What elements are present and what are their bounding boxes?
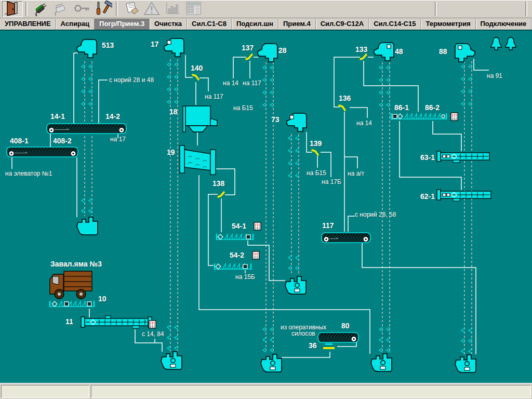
tab-сил-с1-с8[interactable]: Сил.С1-С8 — [187, 19, 232, 30]
key-button — [72, 1, 92, 17]
noria-17[interactable] — [164, 38, 184, 57]
tab-очистка[interactable]: Очистка — [150, 19, 187, 30]
bell-icon-2 — [506, 37, 516, 50]
calculator-button — [183, 1, 204, 17]
noria-88[interactable] — [455, 44, 475, 62]
belt-117[interactable] — [322, 233, 370, 243]
flap-133[interactable] — [361, 55, 366, 59]
belt-14[interactable] — [47, 124, 126, 134]
tab-погр-прием-3[interactable]: Погр/Прием.3 — [95, 19, 150, 30]
tools-button[interactable] — [92, 1, 113, 17]
tab-прием-4[interactable]: Прием.4 — [278, 19, 316, 30]
boot-513[interactable] — [77, 217, 98, 235]
flap-140[interactable] — [193, 75, 198, 79]
toolbar — [0, 0, 532, 18]
plug-button[interactable] — [30, 1, 51, 17]
chain-11[interactable] — [81, 316, 152, 328]
key-icon — [73, 1, 91, 18]
noria-48[interactable] — [374, 43, 394, 61]
report-icon — [122, 1, 140, 18]
screw-54-1[interactable] — [216, 234, 254, 240]
tab-bar: УПРАВЛЕНИЕАспирацПогр/Прием.3ОчисткаСил.… — [0, 19, 532, 30]
connector-icon — [52, 1, 71, 18]
toolbar-separator — [25, 2, 28, 16]
noria-513[interactable] — [77, 39, 97, 58]
toolbar-separator — [116, 2, 118, 16]
bell-icon-1 — [491, 37, 501, 50]
boot-28[interactable] — [261, 354, 282, 372]
tab-аспирац[interactable]: Аспирац — [56, 19, 95, 30]
noria-73[interactable] — [287, 113, 307, 131]
drum-19[interactable] — [180, 145, 216, 175]
connector-button — [51, 1, 72, 17]
report-button[interactable] — [121, 1, 141, 17]
noria-leg — [379, 62, 390, 353]
flap-136[interactable] — [339, 105, 345, 110]
boot-73[interactable] — [285, 276, 306, 294]
boot-17[interactable] — [161, 352, 182, 369]
flap-139[interactable] — [312, 150, 318, 155]
warning-button — [141, 1, 162, 17]
panel-54-1[interactable] — [254, 222, 261, 230]
chart-icon — [163, 1, 182, 18]
gate-36[interactable] — [323, 343, 335, 349]
exit-door-button[interactable] — [2, 1, 23, 17]
belt-80[interactable] — [318, 332, 358, 342]
tab-подсил-шн[interactable]: Подсил.шн — [232, 19, 278, 30]
toolbar-separator — [435, 2, 437, 16]
hopper-18[interactable] — [183, 106, 217, 132]
boot-48[interactable] — [371, 354, 392, 371]
tab-термометрия[interactable]: Термометрия — [421, 19, 475, 30]
calculator-icon — [184, 1, 203, 18]
tab-сил-с14-с15[interactable]: Сил.С14-С15 — [369, 19, 421, 30]
flap-138[interactable] — [218, 192, 224, 197]
noria-leg — [288, 134, 299, 275]
noria-leg — [461, 61, 472, 354]
toolbar-separator — [525, 2, 527, 16]
noria-28[interactable] — [258, 44, 277, 62]
belt-408[interactable] — [7, 147, 78, 157]
tab-сил-с9-с12а[interactable]: Сил.С9-С12А — [316, 19, 369, 30]
tab-подключение[interactable]: Подключение — [476, 19, 532, 30]
flow-lines — [12, 53, 489, 357]
chart-button — [162, 1, 183, 17]
truck — [50, 271, 92, 299]
tab-управление[interactable]: УПРАВЛЕНИЕ — [0, 19, 56, 30]
boot-88[interactable] — [455, 355, 476, 373]
screw-86[interactable] — [391, 113, 447, 119]
status-bar — [0, 383, 532, 399]
screw-54-2[interactable] — [214, 263, 251, 270]
tools-icon — [94, 1, 112, 18]
scheme-canvas — [0, 0, 532, 399]
panel-11[interactable] — [149, 321, 156, 328]
chain-63-1[interactable] — [437, 151, 489, 163]
panel-54-2[interactable] — [252, 251, 259, 259]
exit-door-icon — [3, 1, 22, 18]
status-panel-right — [91, 385, 531, 398]
noria-leg — [82, 61, 92, 216]
warning-icon — [142, 1, 161, 18]
screw-10[interactable] — [49, 301, 95, 307]
status-panel-left — [1, 385, 89, 398]
panel-86[interactable] — [451, 113, 458, 121]
plug-icon — [31, 1, 50, 18]
flap-137[interactable] — [246, 55, 252, 59]
noria-leg — [167, 59, 178, 351]
